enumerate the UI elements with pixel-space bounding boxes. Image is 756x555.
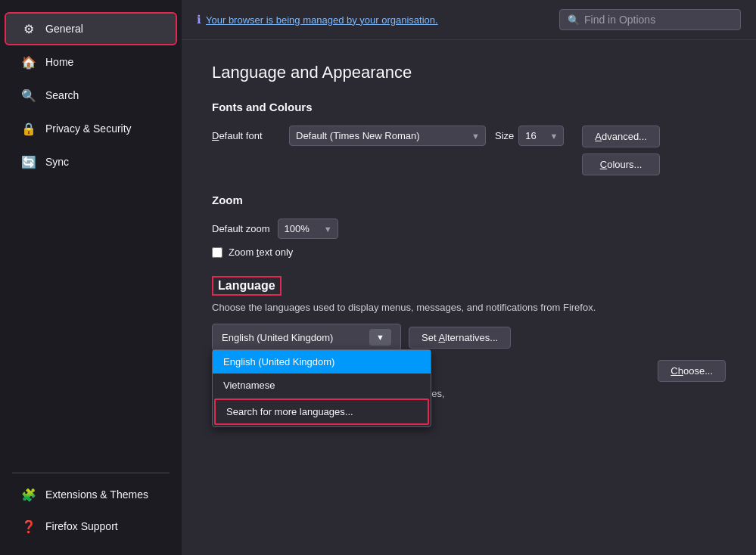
language-section: Language Choose the languages used to di…	[212, 276, 726, 420]
language-dropdown-menu: English (United Kingdom) Vietnamese Sear…	[212, 349, 431, 427]
sidebar-item-label: Privacy & Security	[45, 122, 132, 135]
search-input[interactable]	[584, 14, 733, 26]
language-select-button[interactable]: English (United Kingdom) ▼	[212, 324, 401, 351]
font-select-wrapper[interactable]: Default (Times New Roman) ▼	[289, 126, 486, 146]
search-icon: 🔍	[21, 88, 36, 103]
sidebar: ⚙ General 🏠 Home 🔍 Search 🔒 Privacy & Se…	[0, 0, 182, 555]
zoom-text-checkbox[interactable]	[212, 247, 222, 258]
language-description: Choose the languages used to display men…	[212, 302, 726, 313]
font-select[interactable]: Default (Times New Roman)	[289, 126, 486, 146]
dropdown-item-vietnamese[interactable]: Vietnamese	[213, 374, 431, 397]
size-group: Size 16 ▼	[495, 126, 564, 146]
sidebar-item-label: Home	[45, 56, 73, 68]
zoom-text-only-row: Zoom text only	[212, 246, 726, 258]
sidebar-item-home[interactable]: 🏠 Home	[6, 47, 176, 77]
sidebar-item-label: General	[45, 23, 83, 35]
sidebar-item-label: Search	[45, 89, 79, 101]
notice-link[interactable]: Your browser is being managed by your or…	[206, 14, 438, 26]
sidebar-item-support[interactable]: ❓ Firefox Support	[6, 511, 176, 541]
selected-language-text: English (United Kingdom)	[222, 332, 333, 343]
fonts-controls: Default font Default (Times New Roman) ▼…	[212, 126, 726, 175]
info-icon: ℹ	[197, 13, 201, 26]
search-magnifier-icon: 🔍	[568, 14, 580, 26]
sync-icon: 🔄	[21, 154, 36, 169]
language-heading: Language	[212, 276, 282, 296]
zoom-row: Default zoom 100% ▼	[212, 219, 726, 239]
size-select-wrapper[interactable]: 16 ▼	[518, 126, 564, 146]
colours-button[interactable]: Colours...	[582, 153, 660, 175]
lock-icon: 🔒	[21, 121, 36, 136]
fonts-section: Fonts and Colours Default font Default (…	[212, 101, 726, 175]
sidebar-item-privacy[interactable]: 🔒 Privacy & Security	[6, 113, 176, 144]
size-select[interactable]: 16	[518, 126, 564, 146]
font-buttons: Advanced... Colours...	[582, 126, 660, 175]
advanced-button[interactable]: Advanced...	[582, 126, 660, 147]
home-icon: 🏠	[21, 54, 36, 70]
sidebar-bottom: 🧩 Extensions & Themes ❓ Firefox Support	[0, 467, 182, 543]
header-bar: ℹ Your browser is being managed by your …	[182, 0, 756, 40]
zoom-text-label: Zoom text only	[229, 246, 293, 258]
choose-button[interactable]: Choose...	[658, 360, 726, 382]
gear-icon: ⚙	[21, 21, 36, 36]
notice-bar: ℹ Your browser is being managed by your …	[197, 13, 438, 26]
content-area: Language and Appearance Fonts and Colour…	[182, 40, 756, 555]
zoom-select-wrapper[interactable]: 100% ▼	[278, 219, 338, 239]
sidebar-divider	[12, 473, 170, 473]
puzzle-icon: 🧩	[21, 487, 36, 502]
sidebar-item-general[interactable]: ⚙ General	[6, 14, 176, 44]
sidebar-item-search[interactable]: 🔍 Search	[6, 80, 176, 110]
sidebar-item-label: Extensions & Themes	[45, 488, 148, 501]
sidebar-item-label: Sync	[45, 156, 69, 168]
sidebar-item-label: Firefox Support	[45, 520, 118, 532]
sidebar-item-sync[interactable]: 🔄 Sync	[6, 147, 176, 177]
language-controls: English (United Kingdom) ▼ Set Alternati…	[212, 324, 726, 351]
dropdown-item-english[interactable]: English (United Kingdom)	[213, 350, 431, 374]
zoom-select[interactable]: 100%	[278, 219, 338, 239]
sidebar-item-extensions[interactable]: 🧩 Extensions & Themes	[6, 479, 176, 510]
zoom-section: Zoom Default zoom 100% ▼ Zoom text only	[212, 194, 726, 258]
search-box[interactable]: 🔍	[559, 9, 741, 30]
fonts-section-title: Fonts and Colours	[212, 101, 726, 113]
dropdown-item-search-more[interactable]: Search for more languages...	[214, 398, 429, 425]
language-dropdown-arrow[interactable]: ▼	[369, 329, 391, 346]
set-alternatives-button[interactable]: Set Alternatives...	[409, 327, 511, 349]
fonts-row: Default font Default (Times New Roman) ▼…	[212, 126, 564, 146]
question-icon: ❓	[21, 519, 36, 534]
page-title: Language and Appearance	[212, 63, 726, 82]
size-label: Size	[495, 130, 514, 141]
font-selects: Default font Default (Times New Roman) ▼…	[212, 126, 564, 153]
default-zoom-label: Default zoom	[212, 223, 270, 234]
default-font-label: Default font	[212, 130, 280, 141]
zoom-title: Zoom	[212, 194, 726, 206]
main-area: ℹ Your browser is being managed by your …	[182, 0, 756, 555]
